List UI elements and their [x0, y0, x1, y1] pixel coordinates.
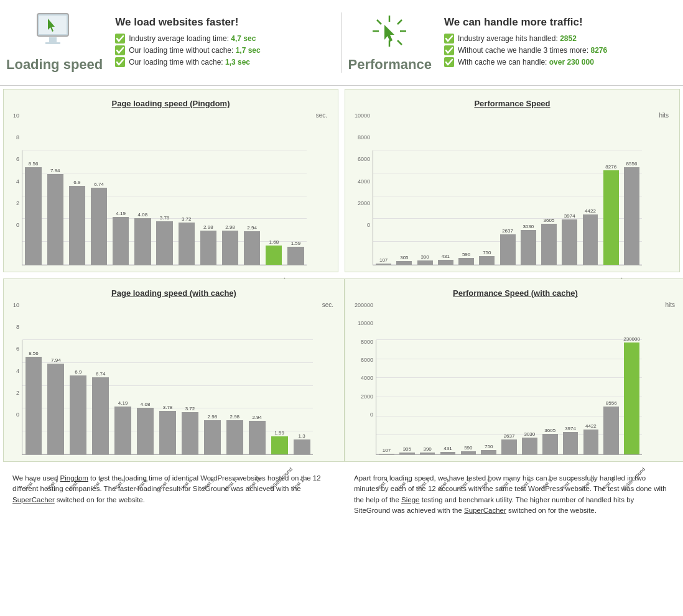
bar-group: 6.9Host 3: [67, 340, 90, 454]
chart-top-right-title: Performance Speed: [355, 99, 670, 108]
bar-group: 431Host 4: [435, 150, 456, 265]
bar-group: 3974Host 10: [560, 340, 581, 454]
bar-group: 2.94Host 11: [246, 340, 268, 454]
bar-group: 390Host 3: [415, 150, 435, 265]
bar-group: 3974Host 10: [559, 150, 580, 265]
bar-group: 4.19Host 5: [110, 150, 132, 265]
y-label-tl: sec.: [316, 112, 327, 119]
bar-group: 3030Host 8: [519, 340, 540, 454]
bar-group: 3605Host 9: [540, 340, 560, 454]
supercacher-link-right[interactable]: SuperCacher: [464, 507, 506, 514]
header: Loading speed We load websites faster! I…: [0, 0, 683, 86]
bar-group: 2.98Host 10: [223, 340, 246, 454]
bar-group: 590Host 5: [458, 340, 478, 454]
svg-line-14: [397, 20, 402, 24]
bar-group: 7.94Host 2: [44, 150, 66, 265]
bar-group: 590Host 5: [456, 150, 476, 265]
checkmark-icon: [444, 45, 454, 55]
chart-bottom-left-title: Page loading speed (with cache): [13, 288, 335, 298]
header-right: Performance We can handle more traffic! …: [348, 12, 677, 73]
performance-label: Performance: [348, 12, 432, 73]
bar-group: 2637Host 7: [499, 340, 519, 454]
bar-group: 230000@SiteGround: [621, 340, 642, 454]
cursor-icon: [369, 12, 410, 50]
bar-group: 750Host 6: [476, 150, 497, 265]
bar-group: 4422Host 11: [580, 150, 600, 265]
bar-group: 1.59Host 12: [285, 150, 307, 265]
bar-group: 6.74Host 4: [88, 150, 109, 265]
chart-bottom-left: Page loading speed (with cache) sec. 108…: [3, 278, 345, 462]
bar-group: 431Host 4: [438, 340, 458, 454]
y-label-br: hits: [665, 301, 675, 308]
bar-group: 1.68@SiteGround: [263, 150, 285, 265]
chart-top-left-title: Page loading speed (Pingdom): [13, 99, 328, 108]
checkmark-icon: [444, 34, 454, 44]
checkmark-icon: [115, 57, 125, 67]
check-item: Our loading time without cache: 1,7 sec: [115, 45, 260, 55]
chart-top-left: Page loading speed (Pingdom) sec. 108642…: [3, 89, 338, 272]
checkmark-icon: [444, 57, 454, 67]
check-item: Without cache we handle 3 times more: 82…: [444, 45, 607, 55]
charts-wrapper: Page loading speed (Pingdom) sec. 108642…: [0, 86, 683, 524]
bar-group: 8.56Host 1: [22, 340, 45, 454]
bar-group: 7.94Host 2: [45, 340, 67, 454]
svg-rect-4: [45, 42, 60, 44]
bar-group: 3.72Host 8: [179, 340, 201, 454]
loading-speed-info: We load websites faster! Industry averag…: [115, 16, 260, 69]
bar-group: 390Host 3: [417, 340, 438, 454]
chart-bottom-right: Performance Speed (with cache) hits 2000…: [345, 278, 683, 462]
bar-group: 1.3Host 12: [290, 340, 313, 454]
checkmark-icon: [115, 34, 125, 44]
bar-group: 6.9Host 3: [66, 150, 88, 265]
check-item: Our loading time with cache: 1,3 sec: [115, 57, 260, 67]
checkmark-icon: [115, 45, 125, 55]
performance-title: Performance: [348, 57, 432, 73]
bar-group: 2637Host 7: [497, 150, 518, 265]
svg-rect-3: [49, 37, 57, 42]
header-left: Loading speed We load websites faster! I…: [6, 12, 335, 73]
bar-group: 8.56Host 1: [22, 150, 44, 265]
bar-group: 2.98Host 10: [219, 150, 241, 265]
y-label-tr: hits: [659, 112, 669, 119]
bar-group: 2.98Host 9: [201, 340, 223, 454]
chart-bottom-right-title: Performance Speed (with cache): [355, 288, 676, 298]
bar-group: 305Host 2: [397, 340, 417, 454]
bar-group: 3.78Host 7: [157, 340, 179, 454]
bar-group: 8556Host 12: [601, 340, 621, 454]
bar-group: 3.72Host 8: [175, 150, 197, 265]
bar-group: 107Host 1: [373, 150, 394, 265]
bar-group: 3.78Host 7: [154, 150, 175, 265]
bar-group: 8276@SiteGround: [601, 150, 621, 265]
bar-group: 305Host 2: [394, 150, 414, 265]
bar-group: 3030Host 8: [518, 150, 539, 265]
check-item: With cache we can handle: over 230 000: [444, 57, 607, 67]
bar-group: 4.08Host 6: [132, 150, 154, 265]
check-item: Industry average hits handled: 2852: [444, 34, 607, 44]
svg-line-13: [397, 40, 402, 45]
siege-link[interactable]: Siege: [401, 496, 419, 503]
bar-group: 4.19Host 5: [112, 340, 134, 454]
bar-group: 2.94Host 11: [241, 150, 263, 265]
bar-group: 6.74Host 4: [90, 340, 112, 454]
bar-group: 3605Host 9: [539, 150, 559, 265]
performance-info: We can handle more traffic! Industry ave…: [444, 16, 607, 69]
loading-speed-heading: We load websites faster!: [115, 16, 260, 29]
bar-group: 4.08Host 6: [134, 340, 157, 454]
check-item: Industry average loading time: 4,7 sec: [115, 34, 260, 44]
y-label-bl: sec.: [322, 301, 333, 308]
bar-group: 8556Host 12: [621, 150, 642, 265]
chart-top-right: Performance Speed hits 10000800060004000…: [345, 89, 680, 272]
monitor-icon: [34, 12, 75, 50]
bar-group: 4422Host 11: [580, 340, 601, 454]
supercacher-link-left[interactable]: SuperCacher: [12, 496, 55, 503]
loading-speed-title: Loading speed: [6, 57, 103, 73]
performance-heading: We can handle more traffic!: [444, 16, 607, 29]
bar-group: 750Host 6: [478, 340, 499, 454]
bar-group: 2.98Host 9: [197, 150, 219, 265]
svg-marker-15: [384, 25, 394, 42]
svg-line-12: [377, 20, 381, 24]
loading-speed-label: Loading speed: [6, 12, 103, 73]
bar-group: 1.59@SiteGround: [268, 340, 290, 454]
bar-group: 107Host 1: [376, 340, 397, 454]
